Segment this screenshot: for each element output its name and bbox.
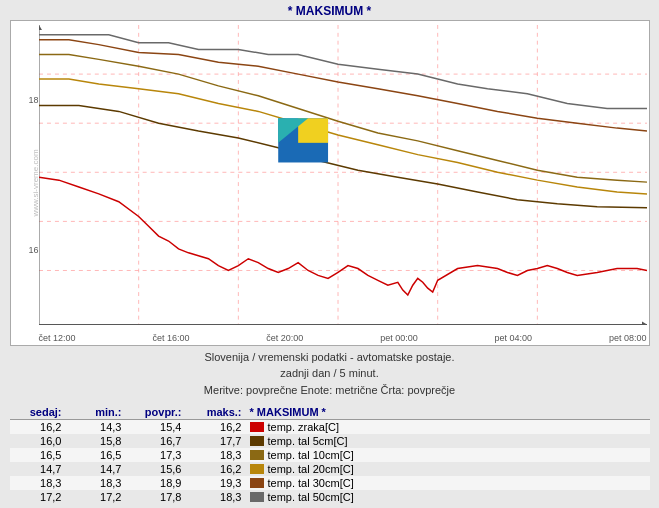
cell-maks-1: 17,7 (190, 435, 250, 447)
legend-4: temp. tal 30cm[C] (250, 477, 650, 489)
legend-label-3: temp. tal 20cm[C] (268, 463, 354, 475)
chart-svg-container (39, 25, 647, 325)
data-table: sedaj: min.: povpr.: maks.: * MAKSIMUM *… (10, 405, 650, 504)
x-label-3: čet 20:00 (266, 333, 303, 343)
cell-povpr-3: 15,6 (130, 463, 190, 475)
chart-title: * MAKSIMUM * (288, 4, 371, 18)
cell-min-1: 15,8 (70, 435, 130, 447)
table-header: sedaj: min.: povpr.: maks.: * MAKSIMUM * (10, 405, 650, 420)
cell-maks-4: 19,3 (190, 477, 250, 489)
legend-label-0: temp. zraka[C] (268, 421, 340, 433)
cell-min-3: 14,7 (70, 463, 130, 475)
table-row: 16,5 16,5 17,3 18,3 temp. tal 10cm[C] (10, 448, 650, 462)
cell-povpr-2: 17,3 (130, 449, 190, 461)
y-axis: 18 16 (13, 25, 39, 325)
x-label-5: pet 04:00 (495, 333, 533, 343)
svg-rect-0 (39, 25, 647, 325)
cell-sedaj-1: 16,0 (10, 435, 70, 447)
desc-line-3: Meritve: povprečne Enote: metrične Črta:… (204, 382, 455, 399)
header-min: min.: (70, 406, 130, 418)
cell-min-5: 17,2 (70, 491, 130, 503)
description: Slovenija / vremenski podatki - avtomats… (204, 349, 455, 399)
chart-area: www.si-vreme.com 18 16 (10, 20, 650, 346)
cell-min-0: 14,3 (70, 421, 130, 433)
cell-maks-5: 18,3 (190, 491, 250, 503)
cell-sedaj-2: 16,5 (10, 449, 70, 461)
cell-sedaj-0: 16,2 (10, 421, 70, 433)
legend-color-5 (250, 492, 264, 502)
cell-povpr-0: 15,4 (130, 421, 190, 433)
cell-min-4: 18,3 (70, 477, 130, 489)
legend-label-5: temp. tal 50cm[C] (268, 491, 354, 503)
header-povpr: povpr.: (130, 406, 190, 418)
x-label-1: čet 12:00 (39, 333, 76, 343)
legend-0: temp. zraka[C] (250, 421, 650, 433)
header-maksimum: * MAKSIMUM * (250, 406, 650, 418)
chart-svg (39, 25, 647, 325)
table-row: 16,2 14,3 15,4 16,2 temp. zraka[C] (10, 420, 650, 434)
legend-label-1: temp. tal 5cm[C] (268, 435, 348, 447)
legend-color-2 (250, 450, 264, 460)
cell-povpr-5: 17,8 (130, 491, 190, 503)
legend-3: temp. tal 20cm[C] (250, 463, 650, 475)
desc-line-1: Slovenija / vremenski podatki - avtomats… (204, 349, 455, 366)
cell-povpr-4: 18,9 (130, 477, 190, 489)
header-maks: maks.: (190, 406, 250, 418)
x-label-6: pet 08:00 (609, 333, 647, 343)
page-container: * MAKSIMUM * www.si-vreme.com 18 16 (0, 0, 659, 508)
cell-min-2: 16,5 (70, 449, 130, 461)
cell-povpr-1: 16,7 (130, 435, 190, 447)
legend-color-1 (250, 436, 264, 446)
legend-label-2: temp. tal 10cm[C] (268, 449, 354, 461)
x-label-2: čet 16:00 (152, 333, 189, 343)
header-sedaj: sedaj: (10, 406, 70, 418)
cell-sedaj-3: 14,7 (10, 463, 70, 475)
table-row: 14,7 14,7 15,6 16,2 temp. tal 20cm[C] (10, 462, 650, 476)
cell-maks-3: 16,2 (190, 463, 250, 475)
table-row: 18,3 18,3 18,9 19,3 temp. tal 30cm[C] (10, 476, 650, 490)
legend-2: temp. tal 10cm[C] (250, 449, 650, 461)
cell-maks-2: 18,3 (190, 449, 250, 461)
legend-1: temp. tal 5cm[C] (250, 435, 650, 447)
legend-label-4: temp. tal 30cm[C] (268, 477, 354, 489)
x-axis: čet 12:00 čet 16:00 čet 20:00 pet 00:00 … (39, 333, 647, 343)
x-label-4: pet 00:00 (380, 333, 418, 343)
desc-line-2: zadnji dan / 5 minut. (204, 365, 455, 382)
legend-color-0 (250, 422, 264, 432)
table-row: 17,2 17,2 17,8 18,3 temp. tal 50cm[C] (10, 490, 650, 504)
table-row: 16,0 15,8 16,7 17,7 temp. tal 5cm[C] (10, 434, 650, 448)
legend-color-3 (250, 464, 264, 474)
cell-maks-0: 16,2 (190, 421, 250, 433)
cell-sedaj-5: 17,2 (10, 491, 70, 503)
legend-color-4 (250, 478, 264, 488)
legend-5: temp. tal 50cm[C] (250, 491, 650, 503)
cell-sedaj-4: 18,3 (10, 477, 70, 489)
